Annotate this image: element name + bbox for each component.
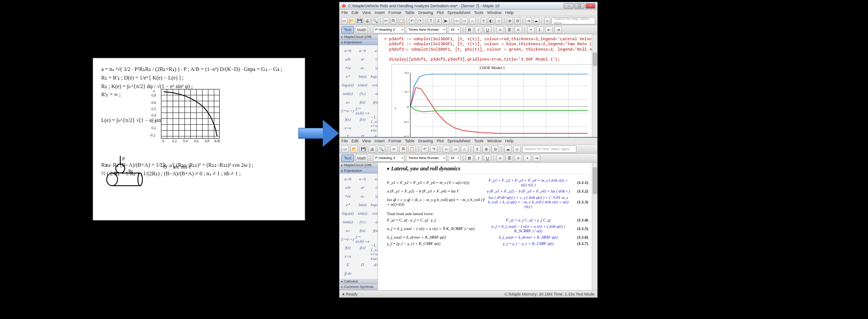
palette-expr-item[interactable]: f:=a→y — [341, 235, 354, 243]
bullets-icon[interactable]: • — [527, 26, 535, 33]
palette-expr-item[interactable]: a/b — [341, 56, 354, 63]
menu-help[interactable]: Help — [505, 139, 514, 143]
document-area[interactable]: Lateral, yaw and roll dynamics F_y1 + F_… — [378, 163, 597, 290]
scrollbar-vertical[interactable] — [592, 34, 597, 137]
palette-calculus[interactable]: Calculus — [340, 279, 377, 284]
eq-input[interactable]: γ_f = (γ_l − γ_r) + K_CSRF φ(t) — [387, 241, 486, 246]
palette-expr-item[interactable]: log₁₀(a) — [371, 73, 378, 80]
help-icon[interactable]: ☺ — [513, 145, 521, 153]
eq-input[interactable]: a (F_y1 + F_y2) − b (F_y3 + F_y4) = Izz … — [387, 189, 486, 193]
palette-expr-item[interactable]: tan(a) — [341, 218, 354, 225]
palette-expr-item[interactable]: ln(a) — [356, 73, 369, 80]
palette-expr-item[interactable]: cos(a) — [371, 210, 378, 217]
help-search-input[interactable]: Search for help, tasks, apps... — [522, 145, 576, 153]
palette-expr-item[interactable]: f(x) — [356, 116, 369, 123]
palette-expr-item[interactable]: −1, x<a 1, x≥a — [371, 116, 378, 123]
menu-file[interactable]: File — [341, 139, 348, 143]
palette-expr-item[interactable] — [371, 235, 378, 243]
home-icon[interactable]: ⌂ — [461, 145, 468, 153]
align-left-icon[interactable]: ≡ — [496, 155, 504, 162]
palette-expr-item[interactable]: d/dx — [371, 133, 378, 137]
cut-icon[interactable]: ✂ — [383, 17, 389, 24]
mode-text-button[interactable]: Text — [341, 26, 354, 33]
palette-maplecloud[interactable]: MapleCloud (Off) — [340, 34, 377, 40]
numbering-icon[interactable]: 1. — [536, 26, 544, 33]
cloud-icon[interactable]: ☁ — [533, 17, 539, 24]
palette-expr-item[interactable]: logₐ(a) — [341, 210, 354, 217]
palette-expr-item[interactable]: f(x) — [341, 244, 354, 251]
palette-expr-item[interactable]: a−b — [356, 47, 369, 54]
align-right-icon[interactable]: ≡ — [514, 26, 522, 33]
palette-expr-item[interactable]: (ⁿₖ) — [356, 218, 369, 225]
tab-icon[interactable]: ⇥ — [525, 17, 532, 24]
palette-expression[interactable]: Expression — [340, 40, 377, 45]
palette-expr-item[interactable]: d/dx — [371, 261, 378, 268]
minimize-button[interactable]: – — [564, 3, 574, 9]
palette-common-symbols[interactable]: Common Symbols — [340, 284, 377, 290]
palette-expr-item[interactable]: ⁿ√a — [341, 64, 354, 71]
zoom-out-icon[interactable]: ⊖ — [514, 17, 521, 24]
zoom-out-icon[interactable]: ⊖ — [491, 145, 499, 153]
indent-icon[interactable]: ⇥ — [554, 26, 562, 33]
menu-plot[interactable]: Plot — [437, 139, 444, 143]
palette-expr-item[interactable]: f(a) — [356, 227, 369, 234]
menu-drawing[interactable]: Drawing — [418, 10, 433, 15]
palette-maplecloud[interactable]: MapleCloud (Off) — [340, 163, 377, 168]
palette-expr-item[interactable]: a−b — [356, 175, 369, 183]
font-dropdown[interactable]: Times New Roman — [406, 26, 447, 33]
palette-expr-item[interactable]: ∫f dx — [341, 270, 354, 277]
palette-expr-item[interactable]: f(x) — [341, 116, 354, 123]
menu-format[interactable]: Format — [388, 139, 401, 143]
titlebar[interactable]: 🍁 C:\Maple\Vehicle Ride and Handling Ana… — [340, 2, 597, 9]
align-center-icon[interactable]: ≣ — [505, 155, 513, 162]
section-heading[interactable]: Lateral, yaw and roll dynamics — [378, 163, 597, 174]
palette-expr-item[interactable] — [356, 270, 369, 277]
palette-expr-item[interactable]: sin(a) — [356, 210, 369, 217]
back-icon[interactable]: ⇦ — [443, 145, 450, 153]
fontsize-dropdown[interactable]: 18 — [448, 155, 461, 162]
copy-icon[interactable]: ⧉ — [399, 145, 407, 153]
undo-icon[interactable]: ↶ — [421, 145, 429, 153]
palette-expr-item[interactable]: a/b — [341, 184, 354, 191]
style-dropdown[interactable]: P Heading 3 — [373, 155, 405, 162]
font-dropdown[interactable]: Times New Roman — [406, 155, 447, 162]
palette-expr-item[interactable]: f:=(a,b)→z — [356, 107, 369, 114]
menu-edit[interactable]: Edit — [352, 139, 359, 143]
menu-table[interactable]: Table — [405, 139, 415, 143]
palette-expr-item[interactable]: (ⁿₖ) — [356, 90, 369, 97]
menu-window[interactable]: Window — [487, 139, 502, 143]
menu-file[interactable]: File — [341, 10, 348, 15]
palette-expr-item[interactable]: logₐ(a) — [341, 81, 354, 89]
palette-expr-item[interactable]: a·b — [371, 47, 378, 54]
palette-expr-item[interactable]: |a| — [371, 192, 378, 200]
underline-icon[interactable]: U — [484, 155, 491, 162]
open-icon[interactable]: 📂 — [349, 17, 355, 24]
palette-expr-item[interactable]: −1, x<a 1, x≥a — [371, 244, 378, 251]
palette-expr-item[interactable]: x<a — [341, 253, 354, 260]
palette-expr-item[interactable]: aⁿ — [356, 56, 369, 63]
maple-code[interactable]: > p3dof1 := odeplot(Sol3DOF1, [t, v(t)],… — [378, 34, 597, 63]
redo-icon[interactable]: ↷ — [430, 145, 438, 153]
insert-text-icon[interactable]: T — [428, 17, 434, 24]
zoom-in-icon[interactable]: ⊕ — [507, 17, 513, 24]
help-search-input[interactable]: Search for help, tasks, apps... — [552, 17, 595, 24]
eq-input[interactable]: F_y1 + F_y2 + F_y3 + F_y4 = m_s (v̇ + u(… — [387, 180, 486, 185]
palette-expr-item[interactable]: aₙ — [371, 218, 378, 225]
menu-spreadsheet[interactable]: Spreadsheet — [447, 139, 470, 143]
bold-icon[interactable]: B — [466, 26, 473, 33]
palette-expr-item[interactable]: aₙ — [341, 99, 354, 106]
print-icon[interactable]: 🖨 — [368, 145, 376, 153]
palette-expr-item[interactable]: v+u, x≤a — [371, 253, 378, 260]
menu-tools[interactable]: Tools — [474, 10, 484, 15]
palette-expr-item[interactable]: ln(a) — [356, 201, 369, 208]
stop-icon[interactable]: ◐ — [488, 17, 494, 24]
insert-exec-icon[interactable]: ▶ — [443, 17, 449, 24]
menu-view[interactable]: View — [362, 10, 371, 15]
menu-window[interactable]: Window — [487, 10, 502, 15]
eq-input[interactable]: δ_f_total = δ_driver + K_SRSF φ(t) — [387, 235, 486, 239]
palette-expr-item[interactable]: √a — [371, 56, 378, 63]
mode-math-button[interactable]: Math — [355, 155, 368, 162]
maximize-button[interactable]: ▢ — [575, 3, 585, 9]
palette-expr-item[interactable]: aₙ — [356, 64, 369, 71]
palette-expr-item[interactable]: eᵃ — [341, 201, 354, 208]
